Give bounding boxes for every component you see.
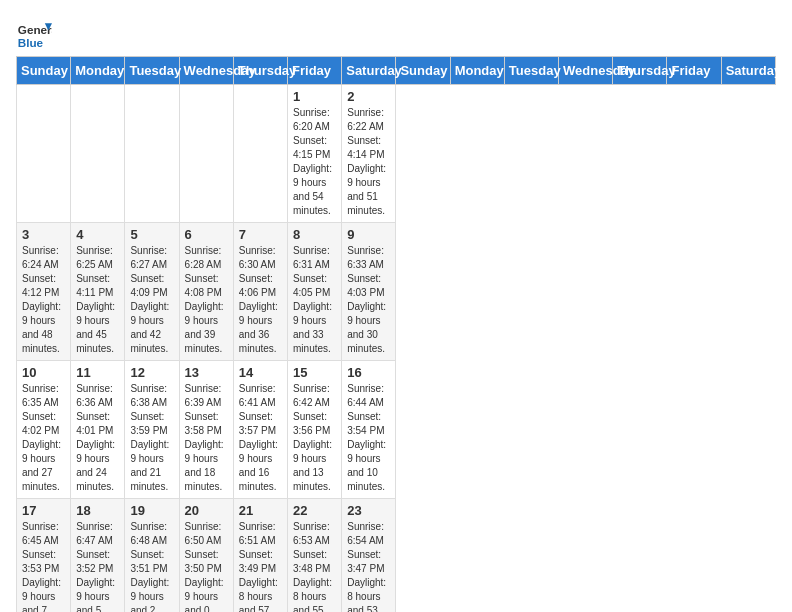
day-number: 6 (185, 227, 228, 242)
day-number: 5 (130, 227, 173, 242)
day-number: 20 (185, 503, 228, 518)
day-info: Sunrise: 6:48 AM Sunset: 3:51 PM Dayligh… (130, 520, 173, 612)
day-info: Sunrise: 6:27 AM Sunset: 4:09 PM Dayligh… (130, 244, 173, 356)
calendar-cell (71, 85, 125, 223)
calendar-cell: 23Sunrise: 6:54 AM Sunset: 3:47 PM Dayli… (342, 499, 396, 613)
svg-text:Blue: Blue (18, 36, 44, 49)
day-info: Sunrise: 6:39 AM Sunset: 3:58 PM Dayligh… (185, 382, 228, 494)
day-info: Sunrise: 6:31 AM Sunset: 4:05 PM Dayligh… (293, 244, 336, 356)
day-info: Sunrise: 6:25 AM Sunset: 4:11 PM Dayligh… (76, 244, 119, 356)
day-number: 12 (130, 365, 173, 380)
day-number: 16 (347, 365, 390, 380)
header-day-thursday: Thursday (613, 57, 667, 85)
header-day-sunday: Sunday (396, 57, 450, 85)
calendar-cell: 13Sunrise: 6:39 AM Sunset: 3:58 PM Dayli… (179, 361, 233, 499)
header-day-monday: Monday (450, 57, 504, 85)
header-saturday: Saturday (342, 57, 396, 85)
day-info: Sunrise: 6:30 AM Sunset: 4:06 PM Dayligh… (239, 244, 282, 356)
calendar-cell: 4Sunrise: 6:25 AM Sunset: 4:11 PM Daylig… (71, 223, 125, 361)
calendar-cell: 22Sunrise: 6:53 AM Sunset: 3:48 PM Dayli… (288, 499, 342, 613)
day-info: Sunrise: 6:53 AM Sunset: 3:48 PM Dayligh… (293, 520, 336, 612)
day-number: 8 (293, 227, 336, 242)
day-info: Sunrise: 6:41 AM Sunset: 3:57 PM Dayligh… (239, 382, 282, 494)
logo: General Blue (16, 16, 52, 52)
calendar-cell: 17Sunrise: 6:45 AM Sunset: 3:53 PM Dayli… (17, 499, 71, 613)
calendar-cell: 10Sunrise: 6:35 AM Sunset: 4:02 PM Dayli… (17, 361, 71, 499)
day-number: 7 (239, 227, 282, 242)
day-number: 15 (293, 365, 336, 380)
calendar-cell (233, 85, 287, 223)
day-number: 3 (22, 227, 65, 242)
calendar-table: SundayMondayTuesdayWednesdayThursdayFrid… (16, 56, 776, 612)
day-number: 18 (76, 503, 119, 518)
calendar-cell: 2Sunrise: 6:22 AM Sunset: 4:14 PM Daylig… (342, 85, 396, 223)
header-thursday: Thursday (233, 57, 287, 85)
calendar-cell (17, 85, 71, 223)
day-info: Sunrise: 6:22 AM Sunset: 4:14 PM Dayligh… (347, 106, 390, 218)
header-day-saturday: Saturday (721, 57, 775, 85)
day-number: 1 (293, 89, 336, 104)
header-sunday: Sunday (17, 57, 71, 85)
calendar-week-4: 17Sunrise: 6:45 AM Sunset: 3:53 PM Dayli… (17, 499, 776, 613)
calendar-cell: 1Sunrise: 6:20 AM Sunset: 4:15 PM Daylig… (288, 85, 342, 223)
header-monday: Monday (71, 57, 125, 85)
calendar-header-row: SundayMondayTuesdayWednesdayThursdayFrid… (17, 57, 776, 85)
header-day-tuesday: Tuesday (504, 57, 558, 85)
calendar-cell: 6Sunrise: 6:28 AM Sunset: 4:08 PM Daylig… (179, 223, 233, 361)
day-info: Sunrise: 6:47 AM Sunset: 3:52 PM Dayligh… (76, 520, 119, 612)
calendar-cell (179, 85, 233, 223)
calendar-week-1: 1Sunrise: 6:20 AM Sunset: 4:15 PM Daylig… (17, 85, 776, 223)
header-day-friday: Friday (667, 57, 721, 85)
day-info: Sunrise: 6:45 AM Sunset: 3:53 PM Dayligh… (22, 520, 65, 612)
day-info: Sunrise: 6:33 AM Sunset: 4:03 PM Dayligh… (347, 244, 390, 356)
header-day-wednesday: Wednesday (559, 57, 613, 85)
day-info: Sunrise: 6:20 AM Sunset: 4:15 PM Dayligh… (293, 106, 336, 218)
calendar-cell: 16Sunrise: 6:44 AM Sunset: 3:54 PM Dayli… (342, 361, 396, 499)
calendar-cell: 14Sunrise: 6:41 AM Sunset: 3:57 PM Dayli… (233, 361, 287, 499)
day-info: Sunrise: 6:50 AM Sunset: 3:50 PM Dayligh… (185, 520, 228, 612)
calendar-cell: 7Sunrise: 6:30 AM Sunset: 4:06 PM Daylig… (233, 223, 287, 361)
day-info: Sunrise: 6:42 AM Sunset: 3:56 PM Dayligh… (293, 382, 336, 494)
calendar-cell: 20Sunrise: 6:50 AM Sunset: 3:50 PM Dayli… (179, 499, 233, 613)
day-info: Sunrise: 6:35 AM Sunset: 4:02 PM Dayligh… (22, 382, 65, 494)
calendar-cell: 15Sunrise: 6:42 AM Sunset: 3:56 PM Dayli… (288, 361, 342, 499)
calendar-cell: 9Sunrise: 6:33 AM Sunset: 4:03 PM Daylig… (342, 223, 396, 361)
day-number: 4 (76, 227, 119, 242)
day-info: Sunrise: 6:38 AM Sunset: 3:59 PM Dayligh… (130, 382, 173, 494)
day-number: 19 (130, 503, 173, 518)
calendar-cell: 19Sunrise: 6:48 AM Sunset: 3:51 PM Dayli… (125, 499, 179, 613)
calendar-cell: 11Sunrise: 6:36 AM Sunset: 4:01 PM Dayli… (71, 361, 125, 499)
day-number: 22 (293, 503, 336, 518)
day-info: Sunrise: 6:54 AM Sunset: 3:47 PM Dayligh… (347, 520, 390, 612)
day-number: 10 (22, 365, 65, 380)
day-number: 11 (76, 365, 119, 380)
calendar-cell: 18Sunrise: 6:47 AM Sunset: 3:52 PM Dayli… (71, 499, 125, 613)
day-info: Sunrise: 6:44 AM Sunset: 3:54 PM Dayligh… (347, 382, 390, 494)
calendar-cell: 21Sunrise: 6:51 AM Sunset: 3:49 PM Dayli… (233, 499, 287, 613)
calendar-cell: 3Sunrise: 6:24 AM Sunset: 4:12 PM Daylig… (17, 223, 71, 361)
day-number: 14 (239, 365, 282, 380)
calendar-cell: 5Sunrise: 6:27 AM Sunset: 4:09 PM Daylig… (125, 223, 179, 361)
day-number: 9 (347, 227, 390, 242)
header-friday: Friday (288, 57, 342, 85)
header-tuesday: Tuesday (125, 57, 179, 85)
header: General Blue (16, 16, 776, 52)
day-number: 21 (239, 503, 282, 518)
header-wednesday: Wednesday (179, 57, 233, 85)
day-info: Sunrise: 6:24 AM Sunset: 4:12 PM Dayligh… (22, 244, 65, 356)
calendar-week-3: 10Sunrise: 6:35 AM Sunset: 4:02 PM Dayli… (17, 361, 776, 499)
day-info: Sunrise: 6:28 AM Sunset: 4:08 PM Dayligh… (185, 244, 228, 356)
day-info: Sunrise: 6:36 AM Sunset: 4:01 PM Dayligh… (76, 382, 119, 494)
logo-icon: General Blue (16, 16, 52, 52)
calendar-cell: 12Sunrise: 6:38 AM Sunset: 3:59 PM Dayli… (125, 361, 179, 499)
day-number: 23 (347, 503, 390, 518)
day-info: Sunrise: 6:51 AM Sunset: 3:49 PM Dayligh… (239, 520, 282, 612)
calendar-week-2: 3Sunrise: 6:24 AM Sunset: 4:12 PM Daylig… (17, 223, 776, 361)
day-number: 2 (347, 89, 390, 104)
day-number: 13 (185, 365, 228, 380)
day-number: 17 (22, 503, 65, 518)
calendar-cell: 8Sunrise: 6:31 AM Sunset: 4:05 PM Daylig… (288, 223, 342, 361)
calendar-cell (125, 85, 179, 223)
